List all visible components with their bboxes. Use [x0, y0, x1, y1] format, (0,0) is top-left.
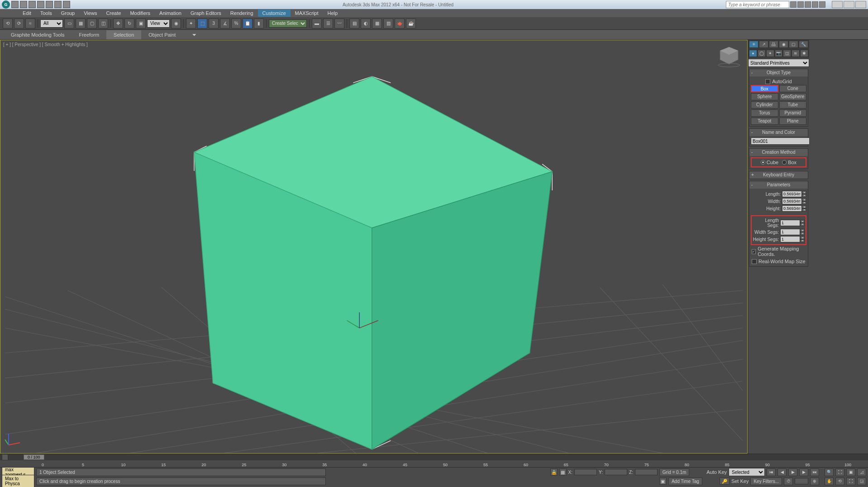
hsegs-down-icon[interactable]: ▾ — [800, 239, 805, 242]
pivot-icon[interactable]: ◉ — [171, 19, 181, 28]
layers-icon[interactable]: ☰ — [323, 19, 333, 28]
lsegs-up-icon[interactable]: ▴ — [800, 220, 805, 223]
select-name-icon[interactable]: ▦ — [76, 19, 86, 28]
wsegs-up-icon[interactable]: ▴ — [800, 229, 805, 232]
link-icon[interactable] — [54, 1, 62, 8]
unlink-tool-icon[interactable]: ⟳ — [14, 19, 24, 28]
save-icon[interactable] — [29, 1, 36, 8]
open-icon[interactable] — [20, 1, 27, 8]
objtype-pyramid[interactable]: Pyramid — [779, 109, 807, 117]
orbit-icon[interactable]: ⟲ — [835, 478, 844, 485]
help-community-icon[interactable] — [797, 1, 804, 8]
move-icon[interactable]: ✥ — [113, 19, 123, 28]
search-input[interactable] — [726, 1, 789, 8]
align-icon[interactable]: ▬ — [312, 19, 322, 28]
genmap-checkbox[interactable]: ✓ — [752, 249, 756, 254]
menu-help[interactable]: Help — [323, 9, 343, 17]
rotate-icon[interactable]: ↻ — [124, 19, 134, 28]
new-icon[interactable] — [11, 1, 19, 8]
key-mode-icon[interactable]: ⊕ — [810, 478, 819, 485]
select-rect-icon[interactable]: ▢ — [87, 19, 97, 28]
menu-views[interactable]: Views — [79, 9, 101, 17]
scale-icon[interactable]: ▣ — [136, 19, 146, 28]
cube-radio[interactable]: Cube — [761, 160, 778, 165]
ribbon-tab-selection[interactable]: Selection — [106, 30, 141, 39]
snap-toggle-icon[interactable]: ⬚ — [197, 19, 207, 28]
menu-graph-editors[interactable]: Graph Editors — [186, 9, 226, 17]
objtype-teapot[interactable]: Teapot — [751, 118, 778, 125]
objtype-torus[interactable]: Torus — [751, 109, 778, 117]
autokey-dropdown[interactable]: Selected — [729, 468, 765, 476]
edit-named-icon[interactable]: 📋 — [243, 19, 253, 28]
render-icon[interactable]: 🫖 — [395, 19, 405, 28]
box-radio[interactable]: Box — [782, 160, 796, 165]
manipulate-icon[interactable]: ✦ — [186, 19, 196, 28]
cameras-cat-icon[interactable]: 📷 — [775, 50, 783, 57]
more-icon[interactable] — [63, 1, 70, 8]
menu-rendering[interactable]: Rendering — [226, 9, 258, 17]
maximize-button[interactable]: ☐ — [844, 1, 854, 8]
height-spinner[interactable] — [782, 205, 802, 212]
name-color-header[interactable]: Name and Color — [749, 129, 808, 136]
object-name-input[interactable] — [751, 137, 812, 145]
schematic-icon[interactable]: ▤ — [349, 19, 359, 28]
timetag-icon[interactable]: ▣ — [659, 478, 667, 485]
named-selection-dropdown[interactable]: Create Selection S — [269, 19, 307, 28]
menu-customize[interactable]: Customize — [258, 9, 291, 17]
favorites-icon[interactable] — [805, 1, 811, 8]
lock-icon[interactable]: 🔒 — [550, 468, 558, 476]
current-frame-input[interactable] — [795, 478, 808, 484]
add-timetag-button[interactable]: Add Time Tag — [668, 478, 702, 485]
ribbon-tab-freeform[interactable]: Freeform — [72, 30, 106, 39]
pan-icon[interactable]: ✋ — [825, 478, 834, 485]
percent-snap-icon[interactable]: ∡ — [220, 19, 230, 28]
angle-snap-icon[interactable]: 3 — [209, 19, 219, 28]
display-tab-icon[interactable]: ▢ — [789, 41, 798, 48]
systems-cat-icon[interactable]: ✱ — [800, 50, 808, 57]
utilities-tab-icon[interactable]: 🔧 — [799, 41, 808, 48]
width-down-icon[interactable]: ▾ — [802, 201, 806, 204]
lsegs-down-icon[interactable]: ▾ — [800, 223, 805, 226]
min-max-icon[interactable]: ◲ — [857, 478, 866, 485]
setkey-big-icon[interactable]: 🔑 — [720, 478, 730, 485]
ref-coord-dropdown[interactable]: View — [147, 19, 170, 28]
time-ruler[interactable]: 0510152025303540455055606570758085909510… — [0, 460, 868, 468]
keyboard-entry-header[interactable]: Keyboard Entry — [749, 171, 808, 179]
category-dropdown[interactable]: Standard Primitives — [748, 59, 809, 67]
redo-icon[interactable] — [46, 1, 53, 8]
curve-editor-icon[interactable]: 〰 — [334, 19, 344, 28]
app-icon[interactable]: G — [2, 0, 10, 9]
render-frame-icon[interactable]: ▥ — [383, 19, 393, 28]
zoom-extents-icon[interactable]: ▣ — [846, 468, 855, 476]
play-icon[interactable]: ▶ — [788, 468, 797, 476]
undo-icon[interactable] — [37, 1, 44, 8]
length-spinner[interactable] — [782, 191, 802, 197]
menu-maxscript[interactable]: MAXScript — [291, 9, 323, 17]
length-down-icon[interactable]: ▾ — [802, 194, 806, 197]
material-icon[interactable]: ◐ — [361, 19, 371, 28]
objtype-cylinder[interactable]: Cylinder — [751, 101, 778, 109]
objtype-sphere[interactable]: Sphere — [751, 93, 778, 100]
objtype-tube[interactable]: Tube — [779, 101, 807, 109]
y-input[interactable] — [605, 469, 627, 475]
select-window-icon[interactable]: ◫ — [98, 19, 108, 28]
hsegs-spinner[interactable] — [780, 236, 800, 242]
link-tool-icon[interactable]: ⟲ — [3, 19, 13, 28]
spacewarps-cat-icon[interactable]: ≋ — [792, 50, 800, 57]
create-tab-icon[interactable]: ✳ — [749, 41, 758, 48]
minimize-button[interactable]: — — [832, 1, 843, 8]
star-icon[interactable] — [812, 1, 818, 8]
menu-group[interactable]: Group — [57, 9, 80, 17]
render-prod-icon[interactable]: ☕ — [406, 19, 416, 28]
prev-frame-icon[interactable]: ◀ — [777, 468, 787, 476]
time-slider[interactable]: 0 / 100 — [0, 454, 868, 460]
length-up-icon[interactable]: ▴ — [802, 191, 806, 194]
selection-filter-dropdown[interactable]: All — [40, 19, 63, 28]
creation-method-header[interactable]: Creation Method — [749, 149, 808, 156]
realworld-checkbox[interactable] — [752, 259, 757, 264]
next-frame-icon[interactable]: ▶ — [799, 468, 808, 476]
maximize-viewport-icon[interactable]: ⛶ — [846, 478, 855, 485]
parameters-header[interactable]: Parameters — [749, 181, 808, 189]
menu-create[interactable]: Create — [101, 9, 125, 17]
keyfilters-button[interactable]: Key Filters... — [750, 478, 782, 485]
